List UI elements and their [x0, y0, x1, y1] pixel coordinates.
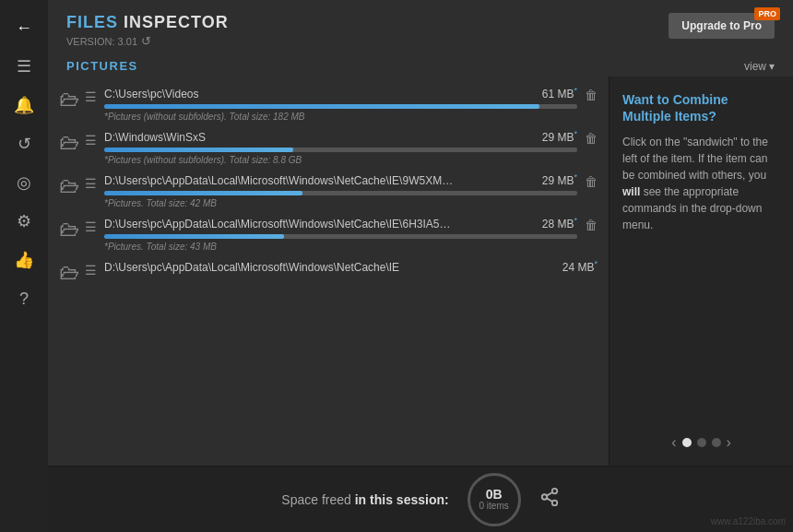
section-title: PICTURES [66, 59, 138, 73]
file-subtitle: *Pictures (without subfolders). Total si… [104, 112, 577, 122]
table-row: 🗁 ☰ C:\Users\pc\Videos 61 MB* *Pictures … [48, 80, 609, 124]
file-size: 28 MB* [542, 216, 577, 231]
title-inspector: INSPECTOR [118, 13, 229, 31]
sidebar-target[interactable]: ◎ [7, 166, 41, 199]
hamburger-icon[interactable]: ☰ [85, 176, 97, 191]
file-details: D:\Windows\WinSxS 29 MB* *Pictures (with… [104, 129, 577, 165]
table-row: 🗁 ☰ D:\Windows\WinSxS 29 MB* *Pictures (… [48, 124, 609, 167]
circle-value: 0B [486, 488, 503, 501]
file-subtitle: *Pictures. Total size: 43 MB [104, 242, 577, 252]
folder-icon: 🗁 [59, 261, 79, 285]
delete-icon[interactable]: 🗑 [585, 131, 598, 146]
carousel-next[interactable]: › [727, 434, 731, 451]
file-size: 29 MB* [542, 129, 577, 144]
carousel-nav: ‹ › [622, 421, 780, 451]
app-header: FILES INSPECTOR VERSION: 3.01 ↺ Upgrade … [48, 0, 793, 53]
hamburger-icon[interactable]: ☰ [85, 133, 97, 148]
progress-fill [104, 104, 539, 109]
progress-bar [104, 191, 577, 195]
share-icon[interactable] [539, 487, 560, 512]
file-details: C:\Users\pc\Videos 61 MB* *Pictures (wit… [104, 86, 577, 122]
progress-fill [104, 191, 302, 195]
carousel-dot-2[interactable] [712, 438, 721, 447]
file-path: D:\Users\pc\AppData\Local\Microsoft\Wind… [104, 218, 455, 231]
pro-badge: PRO [754, 7, 780, 20]
file-size: 61 MB* [542, 86, 577, 100]
circle-label: 0 items [479, 501, 509, 512]
file-list: 🗁 ☰ C:\Users\pc\Videos 61 MB* *Pictures … [48, 77, 609, 466]
sidebar-menu[interactable]: ☰ [7, 50, 41, 83]
progress-bar [104, 234, 577, 239]
sidebar-like[interactable]: 👍 [7, 243, 41, 277]
file-subtitle: *Pictures (without subfolders). Total si… [104, 155, 577, 165]
content-area: 🗁 ☰ C:\Users\pc\Videos 61 MB* *Pictures … [48, 77, 793, 466]
sidebar-settings[interactable]: ⚙ [7, 205, 41, 238]
app-title: FILES INSPECTOR [66, 13, 229, 32]
tip-text: Click on the "sandwich" to the left of t… [622, 134, 780, 233]
table-row: 🗁 ☰ D:\Users\pc\AppData\Local\Microsoft\… [48, 254, 609, 287]
file-details: D:\Users\pc\AppData\Local\Microsoft\Wind… [104, 216, 577, 252]
hamburger-icon[interactable]: ☰ [85, 219, 97, 234]
sidebar-bell[interactable]: 🔔 [7, 89, 41, 122]
sidebar-back[interactable]: ← [7, 11, 41, 44]
file-subtitle: *Pictures. Total size: 42 MB [104, 198, 577, 208]
file-details: D:\Users\pc\AppData\Local\Microsoft\Wind… [104, 259, 598, 274]
chevron-down-icon: ▾ [769, 60, 775, 73]
file-path: D:\Users\pc\AppData\Local\Microsoft\Wind… [104, 261, 399, 274]
hamburger-icon[interactable]: ☰ [85, 263, 97, 278]
carousel-dot-1[interactable] [697, 438, 706, 447]
svg-line-4 [547, 492, 552, 496]
folder-icon: 🗁 [59, 88, 79, 112]
table-row: 🗁 ☰ D:\Users\pc\AppData\Local\Microsoft\… [48, 167, 609, 210]
upgrade-button[interactable]: Upgrade to Pro PRO [669, 13, 775, 39]
progress-fill [104, 234, 284, 239]
file-details: D:\Users\pc\AppData\Local\Microsoft\Wind… [104, 172, 577, 208]
file-path: D:\Users\pc\AppData\Local\Microsoft\Wind… [104, 174, 455, 187]
version-refresh-icon[interactable]: ↺ [141, 34, 151, 48]
sidebar-refresh[interactable]: ↺ [7, 127, 41, 160]
app-version: VERSION: 3.01 ↺ [66, 34, 229, 48]
right-panel: Want to Combine Multiple Items? Click on… [609, 77, 793, 466]
delete-icon[interactable]: 🗑 [585, 174, 598, 189]
header-left: FILES INSPECTOR VERSION: 3.01 ↺ [66, 13, 229, 48]
file-size: 24 MB* [562, 259, 598, 274]
tip-title: Want to Combine Multiple Items? [622, 91, 780, 124]
file-path: D:\Windows\WinSxS [104, 131, 206, 144]
sidebar: ← ☰ 🔔 ↺ ◎ ⚙ 👍 ? [0, 0, 48, 532]
svg-line-3 [547, 498, 552, 502]
progress-bar [104, 148, 577, 152]
bottom-bar: Space freed in this session: 0B 0 items [48, 466, 793, 532]
watermark: www.a122iba.com [711, 516, 786, 526]
folder-icon: 🗁 [59, 174, 79, 198]
main-content: FILES INSPECTOR VERSION: 3.01 ↺ Upgrade … [48, 0, 793, 532]
view-button[interactable]: view ▾ [744, 60, 775, 73]
file-size: 29 MB* [542, 172, 577, 187]
section-header: PICTURES view ▾ [48, 53, 793, 77]
carousel-dot-0[interactable] [682, 438, 692, 447]
delete-icon[interactable]: 🗑 [585, 88, 598, 102]
progress-fill [104, 148, 293, 152]
file-path: C:\Users\pc\Videos [104, 88, 199, 100]
sidebar-help[interactable]: ? [7, 282, 41, 315]
delete-icon[interactable]: 🗑 [585, 218, 598, 232]
carousel-prev[interactable]: ‹ [671, 434, 676, 451]
session-counter: 0B 0 items [468, 473, 521, 526]
hamburger-icon[interactable]: ☰ [85, 89, 97, 104]
folder-icon: 🗁 [59, 131, 79, 155]
table-row: 🗁 ☰ D:\Users\pc\AppData\Local\Microsoft\… [48, 210, 609, 254]
folder-icon: 🗁 [59, 218, 79, 242]
space-freed-text: Space freed in this session: [281, 492, 448, 507]
progress-bar [104, 104, 577, 109]
title-files: FILES [66, 13, 118, 31]
